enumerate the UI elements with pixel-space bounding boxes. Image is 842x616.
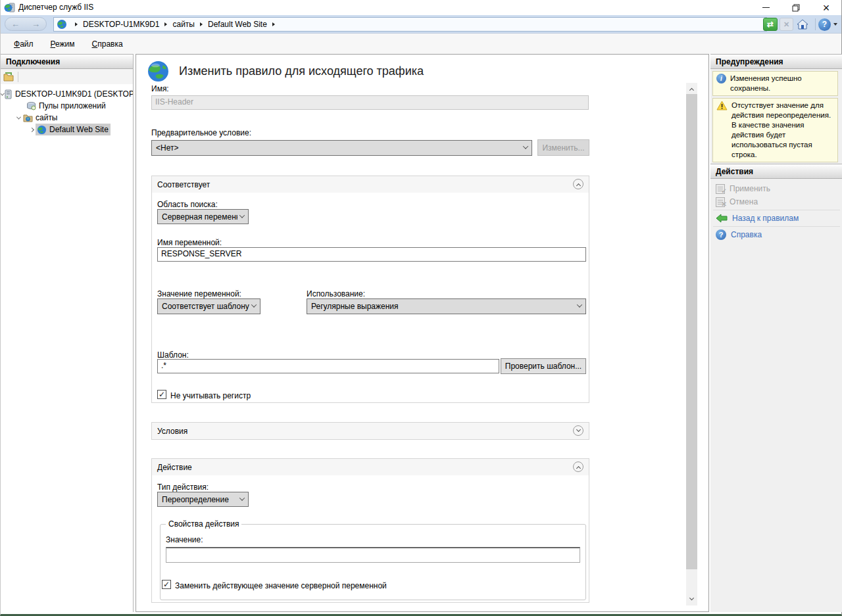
match-section-header[interactable]: Соответствует (152, 176, 589, 193)
page-title: Изменить правило для исходящего трафика (179, 64, 424, 78)
variable-name-input[interactable]: RESPONSE_SERVER (157, 247, 586, 262)
breadcrumb-sites[interactable]: сайты (172, 20, 195, 29)
menu-file[interactable]: Файл (10, 37, 37, 51)
scope-select[interactable]: Серверная переменн (157, 209, 249, 224)
tree-item-sites[interactable]: сайты (1, 112, 133, 124)
scroll-up-icon[interactable] (686, 83, 697, 94)
close-button[interactable]: × (811, 0, 841, 15)
restore-button[interactable] (781, 0, 811, 15)
conditions-section: Условия (151, 422, 589, 440)
minimize-button[interactable] (751, 0, 781, 15)
breadcrumb-site[interactable]: Default Web Site (208, 20, 267, 29)
value-label: Значение: (166, 535, 203, 544)
usage-select[interactable]: Регулярные выражения (307, 298, 586, 314)
apply-icon: ✓ (716, 184, 725, 194)
precondition-label: Предварительное условие: (151, 128, 251, 137)
alerts-header: Предупреждения (710, 54, 842, 69)
connections-panel: Подключения DESKTOP-U1MK9D1 (DESKTOP (1, 54, 134, 612)
connections-toolbar (1, 69, 133, 84)
tree-item-label: Пулы приложений (39, 101, 106, 110)
menu-view[interactable]: Режим (47, 37, 79, 51)
edit-precondition-button: Изменить... (537, 139, 589, 156)
back-arrow-icon (716, 214, 728, 223)
connections-header: Подключения (1, 54, 133, 69)
collapse-icon[interactable] (573, 462, 583, 472)
site-globe-icon (36, 124, 47, 135)
iis-manager-window: Диспетчер служб IIS × ← → DESKTOP-U1MK9D… (0, 0, 842, 616)
apply-button: ✓ Применить (710, 182, 842, 195)
breadcrumb-arrow-icon (164, 22, 167, 26)
titlebar: Диспетчер служб IIS × (1, 0, 841, 15)
warning-text: Отсутствует значение для действия переоп… (731, 101, 831, 160)
actions-panel: Предупреждения i Изменения успешно сохра… (710, 54, 842, 612)
info-text: Изменения успешно сохранены. (730, 74, 830, 93)
app-pools-icon (26, 101, 36, 111)
scrollbar-thumb[interactable] (686, 94, 697, 569)
expand-icon[interactable] (573, 425, 583, 436)
sites-folder-icon (22, 112, 33, 123)
replace-checkbox[interactable]: ✓ (162, 580, 171, 589)
scope-label: Область поиска: (157, 200, 218, 209)
forward-icon[interactable]: → (32, 20, 40, 28)
stop-icon: ✕ (780, 18, 793, 31)
nav-buttons: ← → (5, 17, 47, 31)
main-scrollbar[interactable] (686, 83, 697, 605)
home-icon[interactable] (795, 18, 810, 31)
variable-value-label: Значение переменной: (157, 289, 241, 298)
warning-icon (716, 101, 728, 110)
collapse-icon[interactable] (573, 179, 583, 189)
pattern-input[interactable]: .* (157, 359, 499, 373)
tree-item-server[interactable]: DESKTOP-U1MK9D1 (DESKTOP (1, 88, 133, 100)
chevron-down-icon (523, 143, 528, 149)
connections-tree: DESKTOP-U1MK9D1 (DESKTOP Пулы приложений… (1, 88, 133, 135)
warning-alert: Отсутствует значение для действия переоп… (712, 98, 838, 162)
conditions-section-header[interactable]: Условия (152, 423, 589, 439)
tree-item-label: DESKTOP-U1MK9D1 (DESKTOP (15, 89, 133, 99)
precondition-select[interactable]: <Нет> (151, 140, 532, 156)
breadcrumb-arrow-icon (75, 22, 78, 26)
pattern-label: Шаблон: (157, 350, 189, 360)
ignore-case-label: Не учитывать регистр (170, 391, 251, 400)
breadcrumb-server[interactable]: DESKTOP-U1MK9D1 (83, 20, 159, 29)
test-pattern-button[interactable]: Проверить шаблон... (501, 358, 586, 374)
scroll-down-icon[interactable] (686, 594, 697, 605)
help-icon: ? (716, 229, 726, 240)
help-link[interactable]: ? Справка (710, 228, 842, 241)
help-icon[interactable]: ? (818, 18, 831, 31)
back-icon[interactable]: ← (11, 20, 20, 28)
address-bar: ← → DESKTOP-U1MK9D1 сайты Default Web Si… (1, 15, 841, 34)
replace-label: Заменить действующее значение серверной … (175, 581, 387, 590)
main-content: Изменить правило для исходящего трафика … (136, 54, 709, 612)
cancel-icon: ✕ (716, 197, 725, 207)
action-type-label: Тип действия: (157, 483, 209, 492)
refresh-icon[interactable]: ⇄ (763, 18, 778, 31)
value-input[interactable] (166, 547, 580, 563)
tree-item-label: сайты (36, 113, 58, 122)
info-alert: i Изменения успешно сохранены. (712, 71, 838, 96)
help-dropdown-icon[interactable] (833, 23, 837, 26)
variable-value-select[interactable]: Соответствует шаблону (157, 298, 260, 314)
tree-item-default-web-site[interactable]: Default Web Site (1, 124, 133, 135)
match-section: Соответствует Область поиска: Серверная … (151, 176, 589, 403)
save-connections-icon[interactable] (3, 72, 14, 82)
menu-help[interactable]: Справка (88, 37, 127, 51)
window-title: Диспетчер служб IIS (18, 3, 93, 12)
server-icon (4, 89, 12, 99)
action-type-select[interactable]: Переопределение (157, 492, 249, 507)
name-field: IIS-Header (151, 95, 589, 110)
variable-name-label: Имя переменной: (157, 238, 222, 247)
chevron-down-icon (577, 302, 582, 307)
ignore-case-checkbox[interactable]: ✓ (157, 390, 166, 399)
page-globe-icon (147, 60, 169, 82)
tree-item-app-pools[interactable]: Пулы приложений (1, 100, 133, 112)
breadcrumb-arrow-icon (200, 22, 203, 26)
globe-icon (57, 19, 67, 30)
chevron-down-icon (239, 212, 245, 218)
action-section-header[interactable]: Действие (152, 459, 589, 475)
actions-header: Действия (710, 164, 842, 179)
info-icon: i (716, 74, 726, 83)
breadcrumb-arrow-icon (272, 22, 275, 26)
usage-label: Использование: (307, 289, 365, 298)
breadcrumb[interactable]: DESKTOP-U1MK9D1 сайты Default Web Site (53, 17, 767, 32)
back-to-rules-link[interactable]: Назад к правилам (710, 212, 842, 225)
